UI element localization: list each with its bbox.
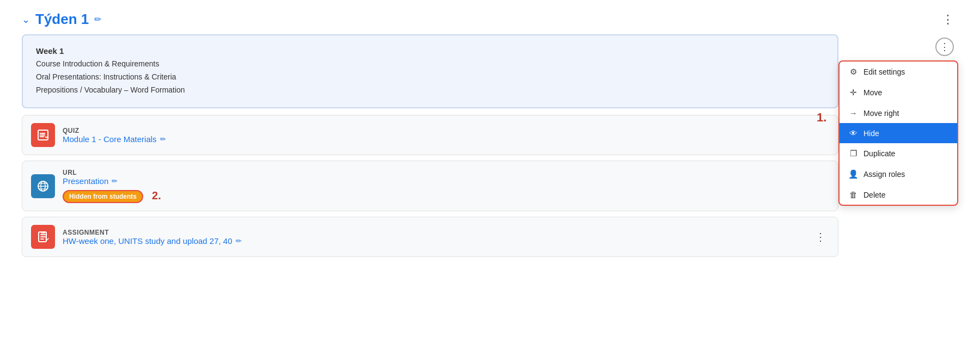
- section-main: Week 1 Course Introduction & Requirement…: [22, 34, 838, 262]
- assignment-type-label: ASSIGNMENT: [63, 229, 804, 236]
- menu-assign-roles-label: Assign roles: [863, 170, 905, 179]
- assignment-more-options-button[interactable]: ⋮: [812, 228, 829, 246]
- annotation-2: 2.: [152, 189, 161, 202]
- assignment-activity-row: ASSIGNMENT HW-week one, UNITS study and …: [22, 217, 838, 257]
- section-with-menu: Week 1 Course Introduction & Requirement…: [22, 34, 958, 262]
- menu-item-assign-roles[interactable]: 👤 Assign roles: [840, 164, 957, 185]
- section-box-line-1: Course Introduction & Requirements: [36, 58, 824, 71]
- quiz-edit-icon[interactable]: ✏: [160, 135, 166, 143]
- url-type-label: URL: [63, 169, 829, 176]
- svg-rect-2: [40, 134, 41, 136]
- week-title: Týden 1: [35, 11, 89, 28]
- assignment-icon-box: [31, 225, 55, 249]
- assignment-name-text: HW-week one, UNITS study and upload 27, …: [63, 236, 232, 246]
- trash-icon: 🗑: [848, 190, 858, 199]
- url-badge-row: Hidden from students 2.: [63, 188, 829, 203]
- url-name-text: Presentation: [63, 176, 108, 186]
- move-icon: ✛: [848, 88, 858, 97]
- menu-item-move[interactable]: ✛ Move: [840, 82, 957, 103]
- url-edit-icon[interactable]: ✏: [112, 177, 118, 185]
- menu-item-hide[interactable]: 👁 Hide: [840, 123, 957, 143]
- menu-move-label: Move: [863, 88, 882, 97]
- week-title-group: ⌄ Týden 1 ✏: [22, 11, 101, 28]
- section-box: Week 1 Course Introduction & Requirement…: [22, 34, 838, 108]
- section-box-line-3: Prepositions / Vocabulary – Word Formati…: [36, 84, 824, 97]
- menu-hide-label: Hide: [863, 129, 879, 138]
- url-content: URL Presentation ✏ Hidden from students …: [63, 169, 829, 203]
- assignment-icon: [36, 230, 50, 243]
- menu-item-delete[interactable]: 🗑 Delete: [840, 185, 957, 205]
- menu-edit-settings-label: Edit settings: [863, 68, 905, 76]
- menu-delete-label: Delete: [863, 191, 885, 199]
- quiz-name-link[interactable]: Module 1 - Core Materials ✏: [63, 134, 829, 144]
- svg-rect-1: [40, 133, 41, 134]
- url-activity-row: URL Presentation ✏ Hidden from students …: [22, 161, 838, 211]
- eye-icon: 👁: [848, 128, 858, 138]
- hidden-badge: Hidden from students: [63, 190, 143, 203]
- context-menu-panel: ⋮ ⚙ Edit settings ✛ Move → Move right 👁 …: [838, 34, 958, 206]
- week-title-edit-icon[interactable]: ✏: [94, 14, 101, 25]
- quiz-icon-box: [31, 123, 55, 147]
- assignment-name-link[interactable]: HW-week one, UNITS study and upload 27, …: [63, 236, 804, 246]
- assignment-content: ASSIGNMENT HW-week one, UNITS study and …: [63, 229, 804, 246]
- gear-icon: ⚙: [848, 67, 858, 77]
- menu-duplicate-label: Duplicate: [863, 149, 895, 158]
- section-box-line-2: Oral Presentations: Instructions & Crite…: [36, 71, 824, 84]
- assignment-edit-icon[interactable]: ✏: [236, 237, 242, 245]
- url-name-link[interactable]: Presentation ✏: [63, 176, 829, 186]
- context-menu: ⚙ Edit settings ✛ Move → Move right 👁 Hi…: [838, 60, 958, 206]
- week-header: ⌄ Týden 1 ✏ ⋮: [22, 11, 958, 28]
- duplicate-icon: ❐: [848, 149, 858, 158]
- section-box-title: Week 1: [36, 46, 824, 56]
- menu-move-right-label: Move right: [863, 109, 899, 118]
- svg-rect-3: [40, 136, 41, 137]
- quiz-icon: [36, 128, 50, 142]
- url-icon-box: [31, 174, 55, 198]
- week-more-options-button[interactable]: ⋮: [938, 11, 958, 28]
- menu-item-edit-settings[interactable]: ⚙ Edit settings: [840, 62, 957, 82]
- menu-item-move-right[interactable]: → Move right: [840, 103, 957, 123]
- menu-item-duplicate[interactable]: ❐ Duplicate: [840, 143, 957, 164]
- collapse-chevron-icon[interactable]: ⌄: [22, 14, 30, 26]
- quiz-content: QUIZ Module 1 - Core Materials ✏: [63, 127, 829, 144]
- person-icon: 👤: [848, 169, 858, 179]
- move-right-icon: →: [848, 108, 858, 118]
- annotation-1: 1.: [817, 111, 826, 125]
- quiz-name-text: Module 1 - Core Materials: [63, 134, 157, 144]
- url-icon: [36, 180, 50, 193]
- quiz-type-label: QUIZ: [63, 127, 829, 134]
- section-dots-button[interactable]: ⋮: [935, 38, 954, 56]
- quiz-activity-row: QUIZ Module 1 - Core Materials ✏: [22, 115, 838, 155]
